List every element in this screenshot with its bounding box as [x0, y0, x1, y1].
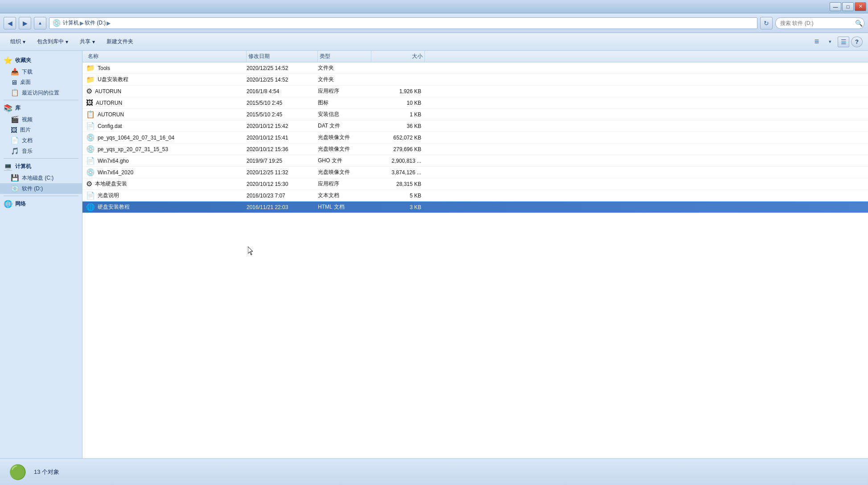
status-bar: 🟢 13 个对象 — [0, 458, 868, 485]
table-row[interactable]: 💿 pe_yqs_xp_20_07_31_15_53 2020/10/12 15… — [82, 144, 868, 155]
file-icon: 📄 — [86, 122, 95, 130]
video-icon: 🎬 — [11, 115, 19, 123]
view-dropdown-icon[interactable]: ▾ — [824, 37, 836, 47]
table-row[interactable]: 📄 光盘说明 2016/10/23 7:07 文本文档 5 KB — [82, 190, 868, 201]
file-name: pe_yqs_xp_20_07_31_15_53 — [98, 146, 168, 152]
file-area: 名称 修改日期 类型 大小 📁 Tools 2020/12/25 14:52 文… — [82, 51, 868, 458]
search-icon[interactable]: 🔍 — [855, 20, 863, 27]
title-bar-buttons: — □ ✕ — [830, 2, 866, 11]
file-col-name: 💿 pe_yqs_xp_20_07_31_15_53 — [86, 145, 247, 153]
sidebar-item-downloads[interactable]: 📥 下载 — [0, 66, 82, 77]
table-row[interactable]: 📁 Tools 2020/12/25 14:52 文件夹 — [82, 62, 868, 74]
toolbar-separator: ≡ ▾ ☰ ? — [811, 37, 863, 47]
sidebar-item-documents[interactable]: 📄 文档 — [0, 135, 82, 146]
table-row[interactable]: 🌐 硬盘安装教程 2016/11/21 22:03 HTML 文档 3 KB — [82, 201, 868, 213]
file-name: AUTORUN — [98, 111, 124, 118]
sidebar-item-desktop[interactable]: 🖥 桌面 — [0, 77, 82, 87]
pictures-icon: 🖼 — [11, 126, 17, 134]
table-row[interactable]: 💿 Win7x64_2020 2020/12/25 11:32 光盘映像文件 3… — [82, 167, 868, 178]
main-container: ⭐ 收藏夹 📥 下载 🖥 桌面 📋 最近访问的位置 📚 库 — [0, 51, 868, 458]
sidebar-section-title-library[interactable]: 📚 库 — [0, 102, 82, 114]
sidebar-divider-3 — [4, 196, 78, 196]
sidebar-section-network: 🌐 网络 — [0, 198, 82, 210]
table-row[interactable]: ⚙ AUTORUN 2016/1/8 4:54 应用程序 1,926 KB — [82, 86, 868, 97]
file-col-date: 2016/1/8 4:54 — [247, 88, 318, 95]
file-name: Tools — [98, 65, 110, 71]
sidebar-item-drive-d[interactable]: 💿 软件 (D:) — [0, 183, 82, 194]
computer-label: 计算机 — [15, 163, 31, 170]
file-col-name: 🖼 AUTORUN — [86, 99, 247, 107]
refresh-button[interactable]: ↻ — [760, 17, 773, 29]
file-col-size: 1 KB — [371, 111, 425, 118]
col-header-date[interactable]: 修改日期 — [247, 51, 318, 62]
sidebar-section-title-favorites[interactable]: ⭐ 收藏夹 — [0, 54, 82, 66]
recent-label: 最近访问的位置 — [22, 89, 59, 97]
file-col-name: 📄 Win7x64.gho — [86, 156, 247, 165]
table-row[interactable]: 💿 pe_yqs_1064_20_07_31_16_04 2020/10/12 … — [82, 132, 868, 144]
forward-button[interactable]: ▶ — [19, 17, 31, 29]
sidebar-section-computer: 💻 计算机 💾 本地磁盘 (C:) 💿 软件 (D:) — [0, 160, 82, 194]
share-label: 共享 — [80, 38, 91, 45]
file-col-date: 2020/10/12 15:41 — [247, 135, 318, 141]
file-col-name: 💿 Win7x64_2020 — [86, 168, 247, 177]
minimize-button[interactable]: — — [830, 2, 841, 11]
file-icon: 💿 — [86, 168, 95, 177]
path-item-computer[interactable]: 计算机 — [63, 19, 79, 27]
sidebar-item-video[interactable]: 🎬 视频 — [0, 114, 82, 125]
file-icon: 🌐 — [86, 203, 95, 211]
view-options-button[interactable]: ≡ — [811, 37, 823, 47]
col-size-label: 大小 — [412, 53, 423, 60]
file-col-size: 28,315 KB — [371, 181, 425, 187]
sidebar-item-drive-c[interactable]: 💾 本地磁盘 (C:) — [0, 173, 82, 183]
file-col-name: 📋 AUTORUN — [86, 110, 247, 119]
downloads-icon: 📥 — [11, 68, 19, 76]
file-icon: 📁 — [86, 75, 95, 84]
table-row[interactable]: ⚙ 本地硬盘安装 2020/10/12 15:30 应用程序 28,315 KB — [82, 178, 868, 190]
search-input[interactable] — [775, 17, 864, 29]
new-folder-label: 新建文件夹 — [107, 38, 133, 45]
sidebar-item-music[interactable]: 🎵 音乐 — [0, 146, 82, 156]
col-header-name[interactable]: 名称 — [86, 51, 247, 62]
sidebar-section-title-computer[interactable]: 💻 计算机 — [0, 160, 82, 173]
table-row[interactable]: 📁 U盘安装教程 2020/12/25 14:52 文件夹 — [82, 74, 868, 86]
file-col-type: 光盘映像文件 — [318, 169, 371, 176]
favorites-label: 收藏夹 — [15, 57, 31, 64]
file-col-type: 光盘映像文件 — [318, 145, 371, 153]
sidebar-section-title-network[interactable]: 🌐 网络 — [0, 198, 82, 210]
table-row[interactable]: 🖼 AUTORUN 2015/5/10 2:45 图标 10 KB — [82, 97, 868, 109]
file-col-date: 2016/10/23 7:07 — [247, 193, 318, 199]
table-row[interactable]: 📄 Config.dat 2020/10/12 15:42 DAT 文件 36 … — [82, 120, 868, 132]
maximize-button[interactable]: □ — [842, 2, 854, 11]
table-row[interactable]: 📋 AUTORUN 2015/5/10 2:45 安装信息 1 KB — [82, 109, 868, 120]
sidebar-item-pictures[interactable]: 🖼 图片 — [0, 125, 82, 135]
path-item-drive[interactable]: 软件 (D:) — [85, 19, 106, 27]
share-button[interactable]: 共享 ▾ — [75, 36, 100, 48]
col-type-label: 类型 — [320, 53, 330, 60]
file-col-date: 2020/12/25 14:52 — [247, 65, 318, 71]
pictures-label: 图片 — [20, 126, 31, 134]
organize-button[interactable]: 组织 ▾ — [5, 36, 30, 48]
address-path[interactable]: 💿 计算机 ▶ 软件 (D:) ▶ — [49, 17, 757, 29]
drive-d-label: 软件 (D:) — [22, 185, 43, 193]
desktop-label: 桌面 — [20, 78, 31, 86]
file-col-date: 2020/12/25 11:32 — [247, 169, 318, 176]
video-label: 视频 — [22, 116, 33, 123]
help-button[interactable]: ? — [851, 37, 863, 47]
status-app-icon: 🟢 — [7, 461, 29, 483]
table-row[interactable]: 📄 Win7x64.gho 2019/9/7 19:25 GHO 文件 2,90… — [82, 155, 868, 167]
view-list-button[interactable]: ☰ — [838, 37, 849, 47]
file-col-type: GHO 文件 — [318, 157, 371, 164]
file-icon: 🖼 — [86, 99, 93, 107]
sidebar-item-recent[interactable]: 📋 最近访问的位置 — [0, 87, 82, 98]
file-col-date: 2015/5/10 2:45 — [247, 100, 318, 106]
col-header-size[interactable]: 大小 — [371, 51, 425, 62]
file-col-type: 应用程序 — [318, 180, 371, 188]
include-library-button[interactable]: 包含到库中 ▾ — [32, 36, 73, 48]
close-button[interactable]: ✕ — [855, 2, 866, 11]
back-button[interactable]: ◀ — [4, 17, 16, 29]
file-icon: ⚙ — [86, 180, 92, 188]
file-col-size: 279,696 KB — [371, 146, 425, 152]
up-button[interactable]: ▲ — [34, 17, 46, 29]
new-folder-button[interactable]: 新建文件夹 — [102, 36, 138, 48]
col-header-type[interactable]: 类型 — [318, 51, 371, 62]
